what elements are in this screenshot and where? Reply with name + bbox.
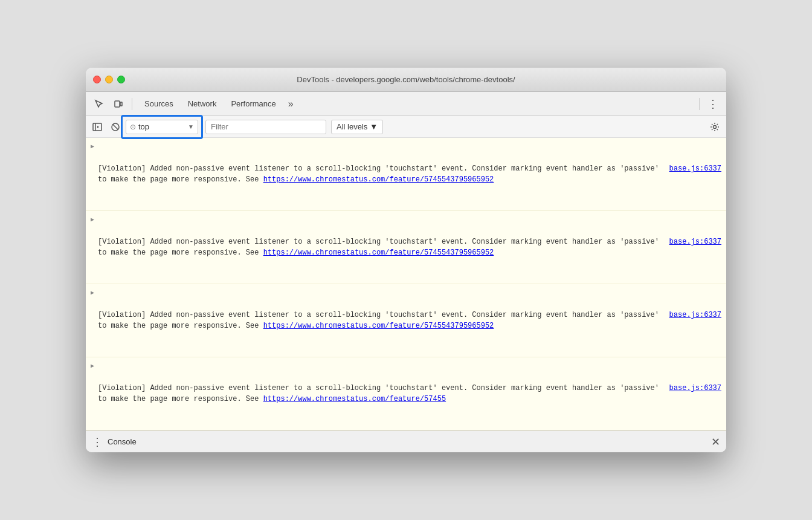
- filter-input[interactable]: [205, 120, 326, 134]
- console-entry-3: ▶ [Violation] Added non-passive event li…: [86, 284, 726, 357]
- close-panel-button[interactable]: ✕: [711, 435, 720, 449]
- titlebar: DevTools - developers.google.com/web/too…: [86, 68, 726, 92]
- tab-performance[interactable]: Performance: [224, 92, 283, 116]
- bottom-menu-button[interactable]: ⋮: [92, 435, 103, 449]
- settings-button[interactable]: [707, 119, 723, 135]
- svg-rect-1: [120, 102, 122, 106]
- console-entry-1: ▶ [Violation] Added non-passive event li…: [86, 138, 726, 211]
- bottom-panel-title: Console: [108, 437, 137, 446]
- console-message-4: [Violation] Added non-passive event list…: [98, 361, 721, 426]
- tab-network[interactable]: Network: [181, 92, 224, 116]
- toolbar-separator-1: [132, 98, 132, 110]
- svg-rect-0: [115, 101, 120, 107]
- context-icon: ⊙: [130, 123, 136, 131]
- console-source-1[interactable]: base.js:6337: [669, 163, 721, 185]
- console-link-2[interactable]: https://www.chromestatus.com/feature/574…: [263, 249, 494, 257]
- devtools-toolbar: Sources Network Performance » ⋮: [86, 92, 726, 116]
- console-source-4[interactable]: base.js:6337: [669, 383, 721, 405]
- context-selector[interactable]: ⊙ top ▼: [126, 120, 198, 134]
- console-output: ▶ [Violation] Added non-passive event li…: [86, 138, 726, 431]
- close-button[interactable]: [93, 76, 101, 83]
- context-selector-wrapper: ⊙ top ▼: [126, 120, 198, 134]
- sidebar-toggle-button[interactable]: [89, 119, 105, 135]
- console-source-2[interactable]: base.js:6337: [669, 236, 721, 258]
- toolbar-separator-2: [699, 98, 700, 110]
- svg-marker-4: [97, 126, 99, 128]
- devtools-window: DevTools - developers.google.com/web/too…: [86, 68, 726, 452]
- expand-arrow-4[interactable]: ▶: [91, 362, 94, 371]
- console-message-2: [Violation] Added non-passive event list…: [98, 215, 721, 280]
- svg-point-7: [714, 125, 717, 128]
- console-toolbar: ⊙ top ▼ All levels ▼: [86, 116, 726, 138]
- expand-arrow-2[interactable]: ▶: [91, 215, 94, 224]
- tab-sources[interactable]: Sources: [137, 92, 181, 116]
- console-link-3[interactable]: https://www.chromestatus.com/feature/574…: [263, 322, 494, 330]
- inspect-element-button[interactable]: [91, 96, 108, 112]
- console-source-3[interactable]: base.js:6337: [669, 310, 721, 331]
- levels-arrow-icon: ▼: [370, 122, 378, 131]
- log-levels-button[interactable]: All levels ▼: [331, 120, 383, 134]
- minimize-button[interactable]: [105, 76, 113, 83]
- console-message-1: [Violation] Added non-passive event list…: [98, 141, 721, 207]
- console-link-1[interactable]: https://www.chromestatus.com/feature/574…: [263, 175, 494, 184]
- console-link-4[interactable]: https://www.chromestatus.com/feature/574…: [263, 395, 446, 403]
- window-title: DevTools - developers.google.com/web/too…: [297, 75, 515, 84]
- levels-label: All levels: [337, 122, 367, 131]
- chevron-down-icon: ▼: [188, 123, 194, 130]
- clear-console-button[interactable]: [108, 119, 123, 135]
- console-entry-4: ▶ [Violation] Added non-passive event li…: [86, 357, 726, 431]
- expand-arrow-1[interactable]: ▶: [91, 142, 94, 151]
- more-tabs-button[interactable]: »: [283, 99, 298, 109]
- bottom-bar: ⋮ Console ✕: [86, 431, 726, 452]
- device-toolbar-button[interactable]: [110, 96, 127, 112]
- console-message-3: [Violation] Added non-passive event list…: [98, 288, 721, 353]
- context-value: top: [138, 122, 185, 131]
- svg-line-6: [113, 125, 118, 129]
- console-entry-2: ▶ [Violation] Added non-passive event li…: [86, 211, 726, 284]
- traffic-lights: [93, 76, 125, 83]
- devtools-content: Sources Network Performance » ⋮: [86, 92, 726, 452]
- toolbar-tabs: Sources Network Performance »: [137, 92, 694, 116]
- expand-arrow-3[interactable]: ▶: [91, 288, 94, 297]
- maximize-button[interactable]: [117, 76, 125, 83]
- devtools-menu-button[interactable]: ⋮: [704, 96, 721, 112]
